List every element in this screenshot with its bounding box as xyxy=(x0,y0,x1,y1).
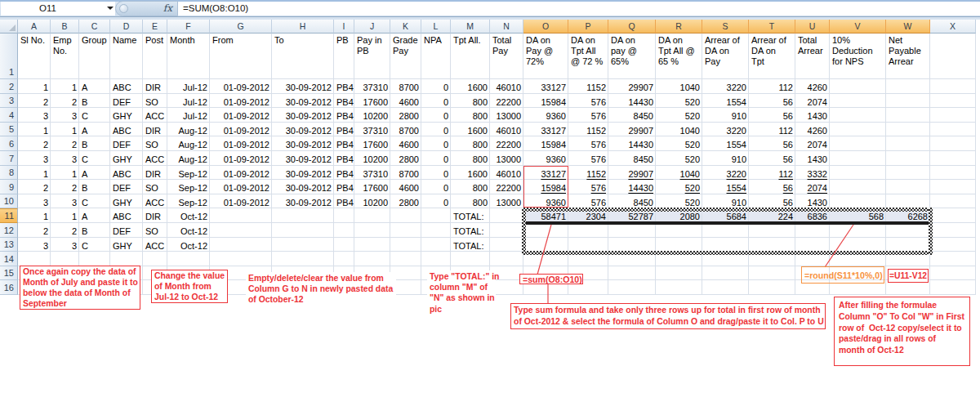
column-header-Q[interactable]: Q xyxy=(608,20,656,33)
note-type-sum[interactable]: Type sum formula and take only three row… xyxy=(510,303,826,329)
column-header-W[interactable]: W xyxy=(886,20,930,33)
column-header-N[interactable]: N xyxy=(490,20,523,33)
name-box-dropdown-icon[interactable] xyxy=(107,7,114,10)
cell-J1[interactable]: Pay in PB xyxy=(354,33,390,79)
cell-A13[interactable]: 3 xyxy=(18,238,51,254)
select-all-button[interactable] xyxy=(0,20,18,33)
note-change-month[interactable]: Change the value of Month from Jul-12 to… xyxy=(151,270,228,303)
cell-A1[interactable]: Sl No. xyxy=(18,33,51,79)
column-header-A[interactable]: A xyxy=(18,20,51,33)
column-header-G[interactable]: G xyxy=(210,20,272,33)
cell-F1[interactable]: Month xyxy=(167,33,210,79)
cell-J10[interactable]: 10200 xyxy=(354,194,390,211)
column-header-E[interactable]: E xyxy=(143,20,167,33)
marching-ants-left xyxy=(522,208,526,255)
cell-U1[interactable]: Total Arrear xyxy=(795,33,830,79)
row-header-11[interactable]: 11 xyxy=(0,208,18,223)
formula-bar-divider: fx xyxy=(115,1,178,16)
total-row-thick-border xyxy=(523,221,930,225)
row-header-1[interactable]: 1 xyxy=(0,33,18,79)
excel-window: O11 fx =SUM(O8:O10) ABCDEFGHIJKLMNOPQRST… xyxy=(0,0,980,393)
name-box[interactable]: O11 xyxy=(1,2,115,16)
cell-D13[interactable]: GHY xyxy=(110,238,143,254)
formula-input[interactable]: =SUM(O8:O10) xyxy=(178,2,980,16)
cell-I1[interactable]: PB xyxy=(334,33,354,79)
column-header-F[interactable]: F xyxy=(167,20,210,33)
cell-E13[interactable]: ACC xyxy=(143,238,167,254)
name-box-value: O11 xyxy=(39,3,56,13)
column-header-K[interactable]: K xyxy=(390,20,421,33)
column-header-O[interactable]: O xyxy=(523,20,568,33)
row-header-8[interactable]: 8 xyxy=(0,166,18,181)
column-header-S[interactable]: S xyxy=(702,20,749,33)
row-header-14[interactable]: 14 xyxy=(0,252,18,266)
gridline-col-X xyxy=(975,33,976,295)
row-header-13[interactable]: 13 xyxy=(0,238,18,252)
cell-M13[interactable]: TOTAL: xyxy=(451,238,490,254)
note-copy-july[interactable]: Once again copy the data of Month of Jul… xyxy=(20,266,140,310)
cell-P1[interactable]: DA on Tpt All @ 72 % xyxy=(568,33,608,79)
cell-K10[interactable]: 2800 xyxy=(390,194,421,211)
column-header-V[interactable]: V xyxy=(830,20,886,33)
cell-V1[interactable]: 10% Deduction for NPS xyxy=(830,33,886,79)
column-header-X[interactable]: X xyxy=(930,20,976,33)
cell-H10[interactable]: 30-09-2012 xyxy=(272,194,334,211)
cell-B1[interactable]: Emp No. xyxy=(51,33,79,79)
note-after-filling[interactable]: After filling the formulae Column "O" To… xyxy=(834,297,970,366)
cell-W1[interactable]: Net Payable Arrear xyxy=(886,33,930,79)
marching-ants-bottom xyxy=(522,251,933,255)
cell-N10[interactable]: 13000 xyxy=(490,194,523,211)
cell-E1[interactable]: Post xyxy=(143,33,167,79)
column-header-B[interactable]: B xyxy=(51,20,79,33)
row-header-15[interactable]: 15 xyxy=(0,266,18,281)
row-header-3[interactable]: 3 xyxy=(0,94,18,109)
row-header-9[interactable]: 9 xyxy=(0,180,18,194)
cell-C13[interactable]: C xyxy=(79,238,110,254)
cell-L1[interactable]: NPA xyxy=(421,33,451,79)
cell-B13[interactable]: 3 xyxy=(51,238,79,254)
cell-R1[interactable]: DA on Tpt All @ 65 % xyxy=(656,33,702,79)
column-header-I[interactable]: I xyxy=(334,20,354,33)
callout-round-formula[interactable]: =round(S11*10%,0) xyxy=(801,266,884,284)
cell-S1[interactable]: Arrear of DA on Pay xyxy=(702,33,749,79)
note-type-total[interactable]: Type "TOTAL:" in column "M" of "N" as sh… xyxy=(427,270,496,315)
callout-subtract-formula[interactable]: =U11-V12 xyxy=(888,269,929,283)
cell-G10[interactable]: 01-09-2012 xyxy=(210,194,272,211)
column-header-P[interactable]: P xyxy=(568,20,608,33)
cell-Q1[interactable]: DA on pay @ 65% xyxy=(608,33,656,79)
row-header-4[interactable]: 4 xyxy=(0,108,18,123)
column-header-J[interactable]: J xyxy=(354,20,390,33)
column-header-R[interactable]: R xyxy=(656,20,702,33)
column-header-L[interactable]: L xyxy=(421,20,451,33)
column-header-H[interactable]: H xyxy=(272,20,334,33)
formula-text: =SUM(O8:O10) xyxy=(183,3,248,13)
callout-sum-formula[interactable]: =sum(O8:O10) xyxy=(519,274,583,284)
column-header-T[interactable]: T xyxy=(749,20,795,33)
cell-H1[interactable]: To xyxy=(272,33,334,79)
row-header-6[interactable]: 6 xyxy=(0,136,18,151)
cell-C1[interactable]: Group xyxy=(79,33,110,79)
cell-D1[interactable]: Name xyxy=(110,33,143,79)
column-header-C[interactable]: C xyxy=(79,20,110,33)
column-header-U[interactable]: U xyxy=(795,20,830,33)
cell-L10[interactable]: 0 xyxy=(421,194,451,211)
cell-G1[interactable]: From xyxy=(210,33,272,79)
row-header-7[interactable]: 7 xyxy=(0,151,18,166)
cell-M1[interactable]: Tpt All. xyxy=(451,33,490,79)
cell-I10[interactable]: PB4 xyxy=(334,194,354,211)
row-header-16[interactable]: 16 xyxy=(0,280,18,295)
row-header-12[interactable]: 12 xyxy=(0,223,18,238)
column-header-M[interactable]: M xyxy=(451,20,490,33)
row-header-2[interactable]: 2 xyxy=(0,79,18,94)
drag-handle-icon xyxy=(119,4,128,13)
cell-F13[interactable]: Oct-12 xyxy=(167,238,210,254)
note-clear-values[interactable]: Empty/delete/clear the value from Column… xyxy=(246,272,396,306)
cell-T1[interactable]: Arrear of DA on Tpt xyxy=(749,33,795,79)
column-header-D[interactable]: D xyxy=(110,20,143,33)
cell-O1[interactable]: DA on Pay @ 72% xyxy=(523,33,568,79)
row-header-10[interactable]: 10 xyxy=(0,194,18,209)
row-header-5[interactable]: 5 xyxy=(0,123,18,137)
cell-N1[interactable]: Total Pay xyxy=(490,33,523,79)
insert-function-icon[interactable]: fx xyxy=(163,2,172,14)
cell-K1[interactable]: Grade Pay xyxy=(390,33,421,79)
